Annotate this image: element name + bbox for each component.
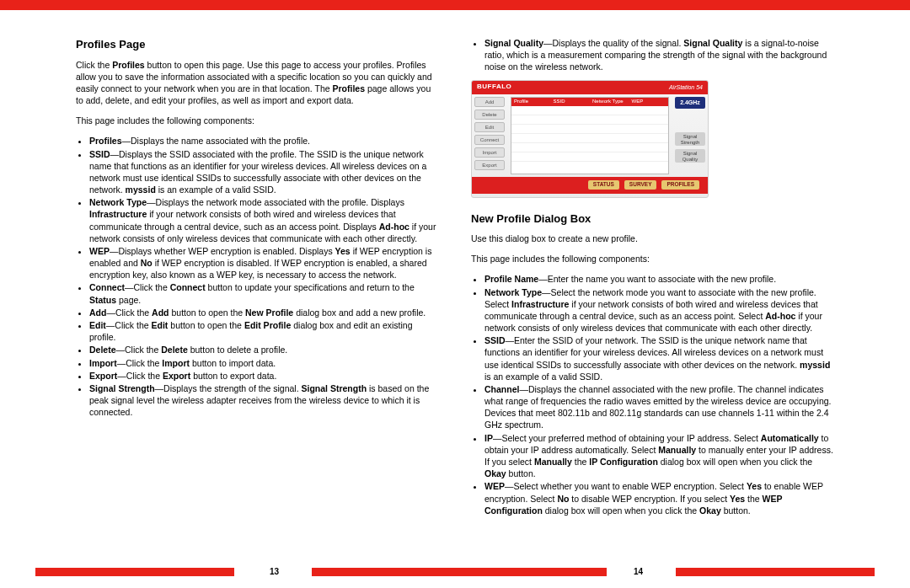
list-item: Profiles—Displays the name associated wi… — [89, 135, 439, 147]
profiles-page-heading: Profiles Page — [76, 37, 439, 52]
page-number-left: 13 — [270, 568, 279, 576]
new-profile-list: Profile Name—Enter the name you want to … — [471, 273, 834, 516]
ss-btn-add[interactable]: Add — [474, 97, 505, 107]
list-item: Network Type—Displays the network mode a… — [89, 196, 439, 244]
new-profile-components-label: This page includes the following compone… — [471, 253, 834, 265]
ss-product: AirStation 54 — [669, 83, 703, 91]
list-item: Network Type—Select the network mode you… — [484, 286, 834, 334]
ss-table: Profile SSID Network Type WEP — [511, 97, 669, 174]
ss-footer-profiles[interactable]: PROFILES — [661, 180, 699, 190]
ss-footer-status[interactable]: STATUS — [588, 180, 619, 190]
table-row — [511, 143, 668, 152]
ss-btn-edit[interactable]: Edit — [474, 122, 505, 132]
ss-brand: BUFFALO — [477, 83, 511, 92]
list-item: WEP—Displays whether WEP encryption is e… — [89, 245, 439, 281]
ss-footer: STATUS SURVEY PROFILES — [472, 177, 708, 194]
ss-thead: Profile SSID Network Type WEP — [511, 98, 668, 106]
ss-header: BUFFALO AirStation 54 — [472, 81, 708, 94]
app-screenshot: BUFFALO AirStation 54 Add Delete Edit Co… — [471, 80, 709, 198]
list-item: Profile Name—Enter the name you want to … — [484, 273, 834, 285]
new-profile-intro: Use this dialog box to create a new prof… — [471, 233, 834, 244]
table-row — [511, 125, 668, 134]
profiles-intro: Click the Profiles button to open this p… — [76, 59, 439, 107]
page-number-right: 14 — [634, 568, 643, 576]
footer-bar-left — [35, 568, 234, 576]
ss-footer-survey[interactable]: SURVEY — [624, 180, 657, 190]
ss-btn-delete[interactable]: Delete — [474, 110, 505, 120]
list-item: SSID—Displays the SSID associated with t… — [89, 148, 439, 196]
table-row — [511, 106, 668, 115]
profiles-components-label: This page includes the following compone… — [76, 115, 439, 126]
signal-quality-list: Signal Quality—Displays the quality of t… — [471, 37, 834, 73]
ss-body: Add Delete Edit Connect Import Export Pr… — [472, 94, 708, 177]
profiles-list: Profiles—Displays the name associated wi… — [76, 135, 439, 418]
ss-right-side: 2.4GHz Signal Strength Signal Quality — [672, 94, 708, 177]
footer: 13 14 — [0, 563, 910, 588]
ss-btn-connect[interactable]: Connect — [474, 135, 505, 145]
signal-quality-badge: Signal Quality — [675, 149, 705, 163]
list-item: Delete—Click the Delete button to delete… — [89, 344, 439, 355]
list-item: Import—Click the Import button to import… — [89, 357, 439, 369]
new-profile-heading: New Profile Dialog Box — [471, 211, 834, 227]
footer-bar-right — [676, 568, 875, 576]
table-row — [511, 152, 668, 162]
list-item: WEP—Select whether you want to enable WE… — [484, 480, 834, 516]
list-item: Edit—Click the Edit button to open the E… — [89, 319, 439, 343]
signal-strength-badge: Signal Strength — [675, 132, 705, 146]
footer-bar-mid — [312, 568, 607, 576]
list-item: Channel—Displays the channel associated … — [484, 383, 834, 431]
list-item: Export—Click the Export button to export… — [89, 370, 439, 382]
left-column: Profiles Page Click the Profiles button … — [76, 37, 439, 541]
table-row — [511, 134, 668, 143]
table-row — [511, 115, 668, 125]
list-item: Connect—Click the Connect button to upda… — [89, 281, 439, 305]
list-item: Add—Click the Add button to open the New… — [89, 307, 439, 318]
right-column: Signal Quality—Displays the quality of t… — [471, 37, 834, 541]
top-red-bar — [0, 0, 910, 10]
ss-side-buttons: Add Delete Edit Connect Import Export — [472, 94, 507, 177]
ss-btn-export[interactable]: Export — [474, 160, 505, 170]
list-item: IP—Select your preferred method of obtai… — [484, 432, 834, 480]
list-item: Signal Strength—Displays the strength of… — [89, 382, 439, 419]
ghz-badge: 2.4GHz — [675, 97, 705, 109]
list-item: SSID—Enter the SSID of your network. The… — [484, 334, 834, 382]
page-content: Profiles Page Click the Profiles button … — [0, 10, 910, 541]
ss-btn-import[interactable]: Import — [474, 147, 505, 158]
signal-quality-item: Signal Quality—Displays the quality of t… — [484, 37, 834, 73]
